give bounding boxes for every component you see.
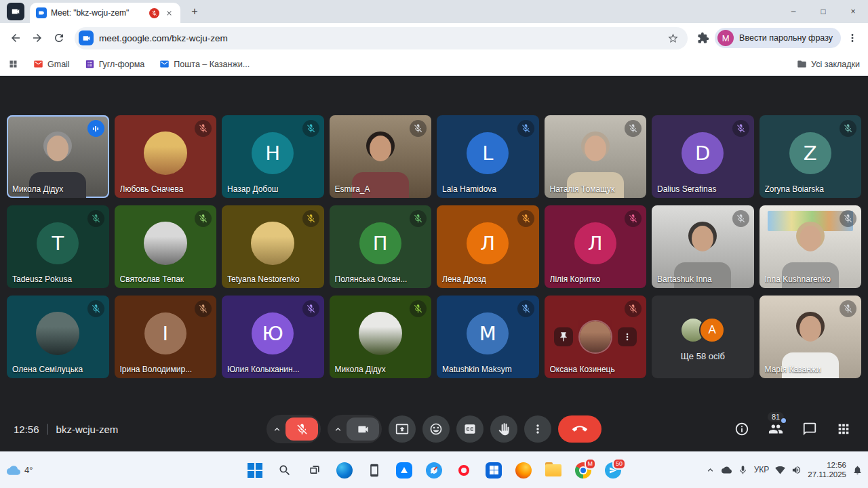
- volume-icon[interactable]: [791, 465, 802, 475]
- participant-tile[interactable]: Ю Юлия Колыханин...: [222, 296, 324, 378]
- firefox-icon[interactable]: [511, 458, 536, 483]
- participant-tile[interactable]: Святослав Тепак: [115, 205, 217, 288]
- call-controls: [267, 415, 601, 443]
- start-button[interactable]: [242, 458, 268, 483]
- wifi-icon[interactable]: [775, 465, 785, 475]
- participant-tile[interactable]: Любовь Сначева: [115, 115, 217, 198]
- reactions-button[interactable]: [422, 415, 450, 443]
- back-button[interactable]: [5, 28, 26, 48]
- bookmark-google-form[interactable]: Гугл-форма: [85, 59, 145, 69]
- activities-button[interactable]: [829, 414, 859, 444]
- site-camera-icon[interactable]: [79, 30, 94, 45]
- meeting-details-button[interactable]: [727, 414, 757, 444]
- bookmark-gmail[interactable]: Gmail: [33, 59, 70, 69]
- apps-shortcut-icon[interactable]: [8, 59, 18, 69]
- address-bar[interactable]: meet.google.com/bkz-wcju-zem: [75, 27, 688, 49]
- participant-tile[interactable]: Л Лілія Коритко: [545, 205, 647, 288]
- participant-tile[interactable]: І Ірина Володимир...: [115, 296, 217, 378]
- participant-tile[interactable]: Н Назар Добош: [222, 115, 324, 198]
- overflow-count-label: Ще 58 осіб: [652, 351, 754, 361]
- clock-widget[interactable]: 12:56 27.11.2025: [808, 460, 846, 481]
- maximize-button[interactable]: □: [808, 0, 838, 23]
- participant-tile[interactable]: А Ще 58 осіб: [652, 296, 754, 378]
- participant-tile[interactable]: D Dalius Serafinas: [652, 115, 754, 198]
- extensions-icon[interactable]: [693, 28, 713, 48]
- camera-options-button[interactable]: [330, 418, 345, 441]
- participant-tile[interactable]: T Tadeusz Pokusa: [7, 205, 109, 288]
- participant-tile[interactable]: Esmira_A: [330, 115, 432, 198]
- compass-icon: [426, 462, 442, 479]
- tile-more-options-icon[interactable]: [618, 327, 637, 346]
- bookmark-star-icon[interactable]: [665, 30, 681, 46]
- participant-tile[interactable]: Олена Семілуцька: [7, 296, 109, 378]
- overflow-avatar: А: [699, 317, 725, 343]
- chrome-icon[interactable]: M: [570, 458, 596, 483]
- onedrive-cloud-icon[interactable]: [722, 465, 732, 475]
- browser-toolbar: meet.google.com/bkz-wcju-zem M Ввести па…: [0, 23, 868, 53]
- bookmark-mail[interactable]: Пошта – Казанжи...: [159, 59, 250, 69]
- edge-icon[interactable]: [332, 458, 357, 483]
- silhouette-head: [585, 136, 606, 161]
- participant-tile[interactable]: Оксана Козинець: [545, 296, 647, 378]
- participant-tile[interactable]: Микола Дідух: [330, 296, 432, 378]
- compass-browser-icon[interactable]: [421, 458, 447, 483]
- tray-time: 12:56: [827, 460, 846, 470]
- mic-toggle-button[interactable]: [285, 418, 318, 441]
- present-button[interactable]: [389, 415, 416, 443]
- mic-muted-icon: [625, 300, 642, 317]
- passphrase-profile-pill[interactable]: M Ввести парольну фразу: [715, 28, 841, 48]
- minimize-button[interactable]: –: [778, 0, 808, 23]
- participant-tile[interactable]: L Lala Hamidova: [437, 115, 539, 198]
- browser-menu-icon[interactable]: [842, 28, 863, 48]
- leave-call-button[interactable]: [558, 415, 601, 443]
- participant-tile[interactable]: Л Лена Дрозд: [437, 205, 539, 288]
- tab-close-icon[interactable]: [163, 7, 174, 18]
- participant-name: Inna Kushnarenko: [765, 274, 842, 284]
- participant-tile[interactable]: Микола Дідух: [7, 115, 109, 198]
- participant-tile[interactable]: M Matushkin Maksym: [437, 296, 539, 378]
- language-indicator[interactable]: УКР: [754, 466, 770, 475]
- participant-tile[interactable]: Марія Казанжи: [760, 296, 862, 378]
- more-options-button[interactable]: [524, 415, 551, 443]
- task-view-button[interactable]: [302, 458, 328, 483]
- mic-options-button[interactable]: [269, 418, 284, 441]
- blue-app-icon[interactable]: [391, 458, 417, 483]
- participant-tile[interactable]: П Полянська Оксан...: [330, 205, 432, 288]
- camera-toggle-button[interactable]: [347, 418, 379, 441]
- firefox-logo-icon: [515, 462, 532, 479]
- tray-mic-icon[interactable]: [738, 465, 748, 475]
- file-explorer-icon[interactable]: [540, 458, 566, 483]
- mic-muted-icon: [517, 120, 534, 137]
- refresh-button[interactable]: [49, 28, 69, 48]
- participant-tile[interactable]: Tetyana Nestorenko: [222, 205, 324, 288]
- bookmark-label: Gmail: [47, 60, 70, 69]
- participant-initial-avatar: M: [467, 312, 509, 354]
- phone-link-icon[interactable]: [361, 458, 387, 483]
- tray-chevron-icon[interactable]: [705, 465, 715, 475]
- new-tab-button[interactable]: +: [186, 3, 203, 20]
- captions-button[interactable]: [456, 415, 484, 443]
- tab-mic-muted-icon: [149, 8, 159, 18]
- participant-name: Микола Дідух: [335, 365, 412, 374]
- divider: [47, 424, 48, 434]
- opera-icon[interactable]: [451, 458, 477, 483]
- participant-name: Лілія Коритко: [550, 274, 627, 284]
- notifications-icon[interactable]: [852, 465, 863, 475]
- participant-tile[interactable]: Z Zoryna Boiarska: [760, 115, 862, 198]
- participant-tile[interactable]: Inna Kushnarenko: [760, 205, 862, 288]
- pin-participant-icon[interactable]: [554, 327, 573, 346]
- forward-button[interactable]: [27, 28, 47, 48]
- search-button[interactable]: [272, 458, 298, 483]
- raise-hand-button[interactable]: [490, 415, 517, 443]
- participant-tile[interactable]: Наталія Томащук: [545, 115, 647, 198]
- microsoft-store-icon[interactable]: [481, 458, 507, 483]
- window-close-button[interactable]: ×: [838, 0, 868, 23]
- browser-tab[interactable]: Meet: "bkz-wcju-zem": [30, 3, 180, 23]
- participants-button[interactable]: 81: [761, 414, 791, 444]
- folder-glyph-icon: [545, 464, 561, 476]
- all-bookmarks-button[interactable]: Усі закладки: [797, 59, 860, 69]
- chat-button[interactable]: [795, 414, 825, 444]
- weather-widget[interactable]: 4°: [7, 464, 33, 477]
- participant-tile[interactable]: Bartashuk Inna: [652, 205, 754, 288]
- telegram-icon[interactable]: 50: [600, 458, 626, 483]
